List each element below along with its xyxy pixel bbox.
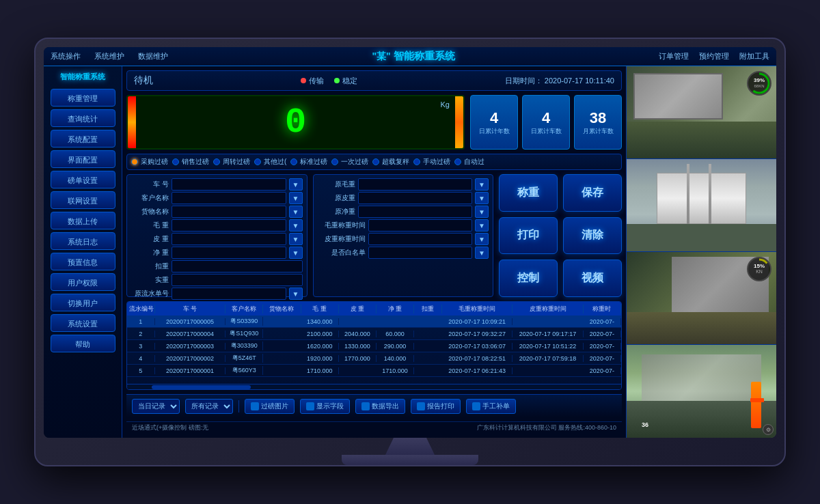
filter-other[interactable]: 其他过( (254, 157, 286, 167)
sidebar-btn-switch-user[interactable]: 切换用户 (51, 294, 115, 311)
app-title-center: "某" 智能称重系统 (182, 50, 645, 63)
input-tare[interactable] (172, 233, 286, 245)
main-layout: 智能称重系统 称重管理 查询统计 系统配置 界面配置 磅单设置 联网设置 数据上… (44, 66, 776, 438)
input-tare-time[interactable] (368, 233, 473, 245)
sidebar-btn-log[interactable]: 系统日志 (51, 232, 115, 250)
print-button[interactable]: 打印 (499, 217, 558, 255)
td-4-gross: 1920.000 (301, 355, 339, 362)
table-row-2[interactable]: 2 20200717000004 粤S1Q930 2100.000 2040.0… (127, 328, 621, 340)
td-3-tare: 1330.000 (339, 343, 377, 350)
save-button[interactable]: 保存 (563, 174, 622, 212)
stat-monthly-count-value: 38 (590, 109, 606, 127)
sidebar-btn-ticket[interactable]: 磅单设置 (51, 171, 115, 188)
td-4-gross-time: 2020-07-17 08:22:51 (442, 355, 512, 362)
btn-tare-sm[interactable]: ▼ (289, 233, 303, 245)
input-orig-gross[interactable] (358, 178, 473, 191)
table-row-3[interactable]: 3 20200717000003 粤303390 1620.000 1330.0… (127, 340, 621, 352)
btn-export[interactable]: 数据导出 (355, 399, 405, 414)
sidebar-btn-users[interactable]: 用户权限 (51, 273, 115, 291)
input-net[interactable] (172, 247, 286, 259)
status-standby: 待机 (134, 74, 153, 87)
menu-item-tools[interactable]: 附加工具 (739, 51, 769, 61)
btn-customer-sm[interactable]: ▼ (289, 192, 303, 204)
btn-whitelist-sm[interactable]: ▼ (475, 247, 489, 259)
dot-green-icon (334, 78, 340, 83)
filter-standard[interactable]: 标准过磅 (290, 157, 327, 167)
label-customer: 客户名称 (131, 193, 169, 203)
sidebar-btn-settings[interactable]: 系统设置 (51, 314, 115, 332)
form-row-net: 净 重 ▼ (131, 246, 303, 260)
form-row-tare: 皮 重 ▼ (131, 232, 303, 246)
radio-icon-8 (454, 158, 461, 165)
date-range-select[interactable]: 当日记录 (132, 399, 180, 414)
sidebar-btn-ui-config[interactable]: 界面配置 (51, 150, 115, 168)
label-deduct: 扣重 (131, 262, 169, 271)
form-row-deduct: 扣重 (131, 260, 303, 273)
td-4-plate: 20200717000002 (155, 355, 226, 362)
weigh-button[interactable]: 称重 (499, 174, 558, 212)
menu-item-reservations[interactable]: 预约管理 (699, 51, 729, 61)
filter-sales[interactable]: 销售过磅 (172, 157, 209, 167)
btn-orig-tare-sm[interactable]: ▼ (475, 192, 489, 204)
sidebar-btn-upload[interactable]: 数据上传 (51, 212, 115, 229)
form-row-orig-gross: 原毛重 ▼ (318, 178, 489, 191)
gear-icon[interactable]: ⚙ (763, 424, 774, 435)
td-3-net: 290.000 (377, 343, 414, 350)
td-3-gross: 1620.000 (301, 343, 339, 350)
filter-overload[interactable]: 超载复秤 (372, 157, 409, 167)
menu-item-maintenance[interactable]: 系统维护 (94, 51, 124, 61)
btn-net-sm[interactable]: ▼ (289, 247, 303, 259)
input-goods[interactable] (172, 206, 286, 218)
table-row-4[interactable]: 4 20200717000002 粤5Z46T 1920.000 1770.00… (127, 352, 621, 365)
table-row-5[interactable]: 5 20200717000001 粤560Y3 1710.000 1710.00… (127, 365, 621, 377)
form-row-serial: 原流水单号 ▼ (131, 287, 303, 300)
btn-gross-sm[interactable]: ▼ (289, 219, 303, 232)
table-scroll[interactable]: 1 20200717000005 粤S03390 1340.000 2020-0… (127, 316, 621, 384)
input-whitelist[interactable] (368, 247, 473, 259)
video-button[interactable]: 视频 (563, 260, 622, 297)
record-filter-select[interactable]: 所有记录 (185, 399, 233, 414)
table-row-1[interactable]: 1 20200717000005 粤S03390 1340.000 2020-0… (127, 316, 621, 328)
menu-item-system-ops[interactable]: 系统操作 (51, 51, 81, 61)
btn-gross-time-sm[interactable]: ▼ (475, 219, 489, 232)
menu-item-data[interactable]: 数据维护 (138, 51, 168, 61)
clear-button[interactable]: 清除 (563, 217, 622, 255)
sidebar-btn-network[interactable]: 联网设置 (51, 191, 115, 209)
btn-manual-supplement[interactable]: 手工补单 (466, 399, 516, 414)
btn-show-fields[interactable]: 显示字段 (300, 399, 350, 414)
btn-orig-gross-sm[interactable]: ▼ (475, 178, 489, 191)
label-orig-tare: 原皮重 (318, 193, 355, 203)
btn-plate-sm[interactable]: ▼ (289, 178, 303, 191)
sidebar-btn-preset[interactable]: 预置信息 (51, 253, 115, 270)
input-gross[interactable] (172, 219, 286, 232)
sidebar-btn-help[interactable]: 帮助 (51, 335, 115, 352)
sidebar-btn-query[interactable]: 查询统计 (51, 109, 115, 127)
input-orig-tare[interactable] (358, 192, 473, 204)
input-customer[interactable] (172, 192, 286, 204)
btn-serial-sm[interactable]: ▼ (289, 288, 303, 300)
filter-purchase[interactable]: 采购过磅 (131, 157, 168, 167)
filter-manual[interactable]: 手动过磅 (413, 157, 450, 167)
btn-tare-time-sm[interactable]: ▼ (475, 233, 489, 245)
stat-monthly-count: 38 月累计车数 (574, 95, 622, 150)
btn-orig-net-sm[interactable]: ▼ (475, 206, 489, 218)
input-actual[interactable] (172, 274, 303, 286)
btn-report-print[interactable]: 报告打印 (411, 399, 461, 414)
input-plate[interactable] (172, 178, 286, 191)
btn-goods-sm[interactable]: ▼ (289, 206, 303, 218)
filter-auto[interactable]: 自动过 (454, 157, 484, 167)
control-button[interactable]: 控制 (499, 260, 558, 297)
input-orig-net[interactable] (358, 206, 473, 218)
input-deduct[interactable] (172, 260, 303, 272)
table-scrollbar-h[interactable] (127, 384, 621, 389)
filter-once[interactable]: 一次过磅 (331, 157, 368, 167)
filter-turnover[interactable]: 周转过磅 (213, 157, 250, 167)
btn-photo[interactable]: 过磅图片 (245, 399, 295, 414)
input-serial[interactable] (172, 288, 286, 300)
sidebar-btn-weigh-mgmt[interactable]: 称重管理 (51, 89, 115, 107)
table-area: 流水编号 车 号 客户名称 货物名称 毛 重 皮 重 净 重 扣重 毛重称重时间… (126, 301, 622, 390)
input-gross-time[interactable] (368, 219, 473, 232)
menu-item-orders[interactable]: 订单管理 (659, 51, 689, 61)
stand-base (342, 455, 478, 465)
sidebar-btn-sys-config[interactable]: 系统配置 (51, 130, 115, 148)
